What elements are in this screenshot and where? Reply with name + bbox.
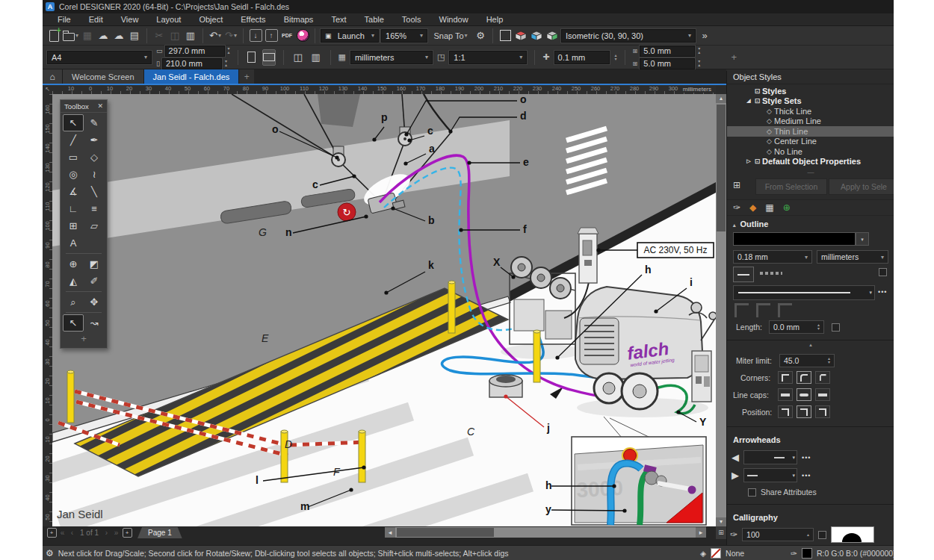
from-selection-button[interactable]: From Selection — [755, 178, 827, 195]
circle-tool[interactable]: ◎ — [63, 166, 84, 183]
eyedropper-tool[interactable]: ✐ — [84, 273, 105, 290]
first-page-button[interactable]: « — [58, 529, 67, 537]
no-projection-button[interactable] — [498, 28, 512, 43]
menu-effects[interactable]: Effects — [232, 15, 274, 24]
tree-expand-icon[interactable]: ◢ — [745, 98, 752, 104]
save-button[interactable]: ▦ — [81, 28, 94, 43]
cloud-upload-button[interactable]: ☁ — [112, 28, 126, 43]
outline-color-dropdown[interactable]: ▾ — [856, 232, 869, 246]
perspective-tool[interactable]: ⊕ — [63, 255, 84, 273]
menu-table[interactable]: Table — [356, 15, 393, 24]
import-button[interactable]: ↓ — [249, 28, 262, 43]
line-style-button[interactable] — [733, 267, 754, 282]
outline-behind-fill-checkbox[interactable] — [879, 268, 887, 276]
add-page-button-2[interactable]: + — [121, 528, 133, 538]
cap-round-button[interactable] — [797, 388, 811, 401]
polygon-tool[interactable]: ◇ — [84, 149, 105, 166]
page-size-preset-combo[interactable]: A4 ▾ — [47, 51, 152, 64]
tree-item-thin-line[interactable]: ◇Thin Line — [727, 126, 894, 137]
line-style-dropdown[interactable]: ▾ — [733, 285, 875, 300]
options-button[interactable]: ⚙ — [474, 28, 487, 43]
bspline-tool[interactable]: ≀ — [84, 166, 105, 183]
cap-butt-button[interactable] — [778, 388, 793, 401]
extrude-tool[interactable]: ◩ — [84, 255, 105, 273]
tree-item-center-line[interactable]: ◇Center Line — [727, 137, 894, 147]
stretch-field[interactable]: 100▴ — [742, 528, 814, 541]
corel-cloud-button[interactable] — [296, 28, 309, 43]
zoom-level-combo[interactable]: 165% ▾ — [381, 29, 427, 43]
projected-axes-y-button[interactable] — [530, 28, 543, 43]
length-field[interactable]: 0.0 mm▴▾ — [769, 320, 824, 334]
dimension-tool[interactable]: ∡ — [63, 183, 84, 200]
outline-units-combo[interactable]: millimeters▾ — [817, 250, 888, 264]
horizontal-scrollbar-thumb[interactable] — [397, 528, 494, 537]
add-control-button[interactable]: + — [727, 50, 740, 65]
page-height-spinner[interactable]: ▾▴ — [225, 60, 227, 67]
tree-item-thick-line[interactable]: ◇Thick Line — [727, 106, 894, 116]
scroll-up-arrow[interactable]: ▴ — [727, 342, 894, 348]
menu-help[interactable]: Help — [477, 15, 513, 24]
length-checkbox[interactable] — [832, 323, 840, 332]
tab-welcome-screen[interactable]: Welcome Screen — [63, 69, 144, 84]
calligraphy-checkbox[interactable] — [818, 531, 826, 539]
menu-text[interactable]: Text — [322, 15, 355, 24]
pick-tool-2[interactable]: ↖ — [63, 314, 84, 332]
current-page-button[interactable]: ▥ — [309, 50, 323, 65]
landscape-button[interactable] — [262, 49, 276, 66]
docker-splitter[interactable]: — — [727, 169, 894, 175]
menu-bitmaps[interactable]: Bitmaps — [275, 15, 323, 24]
undo-button[interactable]: ↶▾ — [208, 28, 222, 43]
freehand-pick-tool[interactable]: ↝ — [84, 314, 105, 332]
drawing-canvas[interactable]: ↻ — [52, 94, 716, 526]
drawing-plane-combo[interactable]: Isometric (30, 90, 30) ▾ — [561, 29, 696, 43]
menu-file[interactable]: File — [49, 15, 80, 24]
new-tab-button[interactable]: + — [239, 69, 254, 84]
outline-section-header[interactable]: ▴Outline — [727, 220, 894, 228]
page-height-field[interactable]: 210.0 mm — [162, 58, 222, 69]
rectangle-tool[interactable]: ▭ — [63, 149, 84, 166]
add-page-button[interactable]: + — [46, 528, 58, 538]
document-navigator-button[interactable]: ⊞ — [716, 526, 726, 539]
position-centered-button[interactable] — [797, 405, 811, 418]
fill-properties-icon[interactable]: ◆ — [749, 202, 756, 213]
outline-color-swatch[interactable] — [733, 232, 856, 246]
export-button[interactable]: ↑ — [265, 28, 278, 43]
projected-axes-z-button[interactable] — [545, 28, 559, 43]
zoom-tool[interactable]: ⌕ — [63, 293, 84, 311]
snap-to-dropdown[interactable]: Snap To ▾ — [430, 28, 471, 43]
next-page-button[interactable]: › — [102, 529, 111, 537]
tree-item-no-line[interactable]: ◇No Line — [727, 146, 894, 157]
portrait-button[interactable] — [246, 50, 258, 65]
spacer[interactable] — [84, 234, 105, 252]
tree-item-medium-line[interactable]: ◇Medium Line — [727, 116, 894, 127]
print-button[interactable]: ▤ — [128, 28, 141, 43]
miter-limit-field[interactable]: 45.0▴▾ — [779, 354, 835, 367]
curve-tool[interactable]: ✎ — [84, 114, 105, 131]
units-combo[interactable]: millimeters ▾ — [350, 51, 433, 64]
previous-page-button[interactable]: ‹ — [67, 529, 77, 537]
ruler-origin-button[interactable]: ↖ — [43, 85, 52, 94]
menu-tools[interactable]: Tools — [393, 15, 430, 24]
end-arrowhead-dropdown[interactable]: ▾ — [743, 468, 797, 482]
corner-bevel-button[interactable] — [815, 371, 830, 384]
horizontal-scrollbar[interactable]: ◂ ▸ — [385, 527, 706, 538]
vertical-ruler[interactable]: 1601501401301201101009080706050403020100… — [43, 94, 52, 526]
duplicate-y-field[interactable]: 5.0 mm — [640, 58, 695, 69]
publish-pdf-button[interactable]: PDF — [280, 28, 294, 43]
launch-dropdown[interactable]: ▣ Launch ▾ — [321, 29, 379, 43]
add-property-icon[interactable]: ⊕ — [783, 202, 791, 213]
shape-tool[interactable]: ▱ — [84, 217, 105, 234]
vertical-scrollbar-thumb[interactable] — [717, 105, 726, 231]
menu-view[interactable]: View — [112, 15, 148, 24]
home-tab-button[interactable]: ⌂ — [43, 69, 63, 84]
nudge-spinner[interactable]: ▴▾ — [615, 54, 617, 61]
tree-item-default-object-properties[interactable]: ▷⊡Default Object Properties — [727, 157, 894, 167]
new-document-button[interactable] — [47, 28, 61, 43]
table-tool[interactable]: ⊞ — [63, 217, 84, 234]
menu-edit[interactable]: Edit — [80, 15, 112, 24]
calligraphy-section-header[interactable]: Calligraphy — [727, 513, 894, 522]
outline-width-combo[interactable]: 0.18 mm▾ — [733, 250, 812, 264]
pan-tool[interactable]: ✥ — [84, 293, 105, 311]
cap-square-button[interactable] — [815, 388, 830, 401]
paste-button[interactable]: ▥ — [184, 28, 197, 43]
